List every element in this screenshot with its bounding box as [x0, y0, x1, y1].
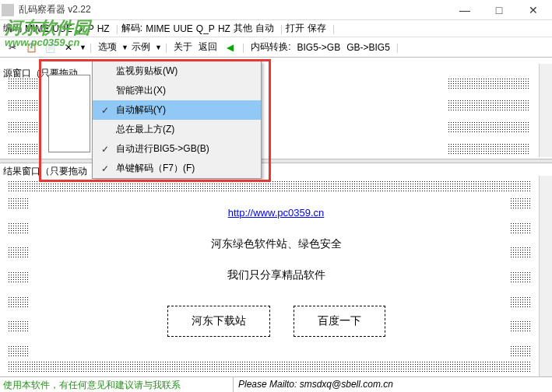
pattern: [510, 271, 532, 282]
separator: |: [116, 23, 118, 34]
pattern-border-left: [8, 198, 30, 356]
app-icon: [2, 4, 14, 16]
toolbar: ✂ 📋 📄 ✕ ▼ | 选项▼ 示例▼ | 关于 返回 ◀ | 内码转换: BI…: [0, 37, 552, 58]
pattern: [8, 121, 39, 132]
menu-label: 自动进行BIG5->GB(B): [113, 142, 256, 156]
pattern: [8, 100, 39, 110]
menu-save[interactable]: 保存: [308, 22, 326, 35]
menu-item-watch-clipboard[interactable]: 监视剪贴板(W): [93, 61, 261, 81]
menu-hz[interactable]: HZ: [97, 23, 110, 34]
menu-d-other[interactable]: 其他: [234, 22, 252, 35]
pattern: [448, 143, 530, 154]
tool-gb-big5[interactable]: GB->BIG5: [346, 42, 390, 53]
pattern: [8, 222, 30, 233]
separator: |: [332, 23, 335, 34]
pattern: [448, 100, 530, 110]
menu-decode-label: 解码:: [121, 22, 142, 35]
separator: |: [280, 23, 283, 34]
pattern: [510, 345, 532, 356]
menu-d-uue[interactable]: UUE: [174, 23, 193, 34]
delete-icon[interactable]: ✕: [62, 40, 76, 54]
menu-d-hz[interactable]: HZ: [218, 23, 230, 34]
status-right: Please Mailto: smsdxq@sbell.com.cn: [234, 377, 552, 392]
tool-example[interactable]: 示例: [132, 40, 150, 54]
chevron-down-icon[interactable]: ▼: [121, 44, 128, 51]
pattern: [8, 247, 30, 257]
download-button[interactable]: 河东下载站: [167, 306, 270, 337]
scrollbar[interactable]: [539, 176, 552, 376]
menu-item-always-top[interactable]: 总在最上方(Z): [93, 120, 261, 139]
content-text-1: 河东绿色软件站、绿色安全: [211, 237, 342, 251]
menu-label: 自动解码(Y): [113, 103, 256, 117]
pattern: [8, 320, 30, 331]
tool-convert-label: 内码转换:: [251, 40, 290, 54]
pattern-border-right: [510, 198, 532, 356]
menu-item-auto-big5-gb[interactable]: ✓ 自动进行BIG5->GB(B): [93, 139, 261, 159]
separator: |: [242, 42, 244, 53]
separator: |: [90, 42, 92, 53]
menubar: 编码 MIME UUE Q_P HZ | 解码: MIME UUE Q_P HZ…: [0, 20, 552, 37]
pattern: [8, 78, 39, 89]
tool-back[interactable]: 返回: [199, 40, 217, 54]
menu-qp[interactable]: Q_P: [76, 23, 94, 34]
tool-big5-gb[interactable]: BIG5->GB: [297, 42, 340, 53]
button-row: 河东下载站 百度一下: [167, 306, 385, 337]
chevron-down-icon[interactable]: ▼: [79, 44, 86, 51]
close-button[interactable]: ✕: [516, 0, 550, 20]
pattern: [8, 198, 30, 208]
chevron-down-icon[interactable]: ▼: [155, 44, 162, 51]
copy-icon[interactable]: 📋: [24, 40, 38, 54]
pattern: [510, 247, 532, 257]
menu-item-smart-popup[interactable]: 智能弹出(X): [93, 81, 261, 100]
tool-about[interactable]: 关于: [174, 40, 192, 54]
menu-label: 总在最上方(Z): [113, 123, 256, 136]
maximize-button[interactable]: □: [482, 0, 516, 20]
pattern: [8, 143, 39, 154]
separator: |: [396, 42, 399, 53]
check-icon: ✓: [97, 163, 113, 174]
content-link[interactable]: http://www.pc0359.cn: [228, 207, 325, 219]
menu-d-mime[interactable]: MIME: [146, 23, 170, 34]
window-controls: — □ ✕: [448, 0, 550, 20]
minimize-button[interactable]: —: [448, 0, 482, 20]
scrollbar[interactable]: [539, 64, 552, 157]
cut-icon[interactable]: ✂: [5, 40, 19, 54]
menu-mime[interactable]: MIME: [25, 23, 49, 34]
result-label: 结果窗口（只要拖动: [3, 165, 87, 178]
result-content: http://www.pc0359.cn 河东绿色软件站、绿色安全 我们只分享精…: [47, 196, 505, 353]
pattern: [448, 78, 530, 89]
check-icon: ✓: [97, 144, 113, 155]
statusbar: 使用本软件，有任何意见和建议请与我联系 Please Mailto: smsdx…: [0, 376, 552, 392]
options-dropdown-menu: 监视剪贴板(W) 智能弹出(X) ✓ 自动解码(Y) 总在最上方(Z) ✓ 自动…: [92, 61, 262, 179]
pattern: [510, 222, 532, 233]
menu-d-auto[interactable]: 自动: [255, 22, 274, 35]
window-title: 乱码察看器 v2.22: [19, 3, 448, 16]
menu-label: 智能弹出(X): [113, 84, 256, 97]
pattern: [8, 296, 30, 307]
pattern-border-bottom: [8, 361, 532, 372]
pattern: [510, 296, 532, 307]
content-text-2: 我们只分享精品软件: [227, 268, 325, 282]
back-icon[interactable]: ◀: [223, 40, 237, 54]
pattern: [510, 320, 532, 331]
source-textarea[interactable]: [48, 75, 90, 152]
status-left: 使用本软件，有任何意见和建议请与我联系: [0, 377, 234, 392]
tool-options[interactable]: 选项: [98, 40, 117, 54]
menu-d-qp[interactable]: Q_P: [196, 23, 215, 34]
separator: |: [165, 42, 167, 53]
menu-item-single-key-decode[interactable]: ✓ 单键解码（F7）(F): [93, 159, 261, 178]
baidu-button[interactable]: 百度一下: [294, 306, 385, 337]
check-icon: ✓: [97, 105, 113, 116]
menu-label: 单键解码（F7）(F): [113, 162, 256, 175]
pattern: [8, 345, 30, 356]
menu-encode[interactable]: 编码: [3, 22, 22, 35]
menu-item-auto-decode[interactable]: ✓ 自动解码(Y): [93, 100, 261, 120]
menu-uue[interactable]: UUE: [52, 23, 72, 34]
titlebar: 乱码察看器 v2.22 — □ ✕: [0, 0, 552, 20]
paste-icon[interactable]: 📄: [43, 40, 57, 54]
menu-open[interactable]: 打开: [286, 22, 304, 35]
menu-label: 监视剪贴板(W): [113, 65, 256, 78]
pattern-border-top: [8, 180, 532, 191]
splitter[interactable]: [0, 159, 552, 163]
pattern: [448, 121, 530, 132]
